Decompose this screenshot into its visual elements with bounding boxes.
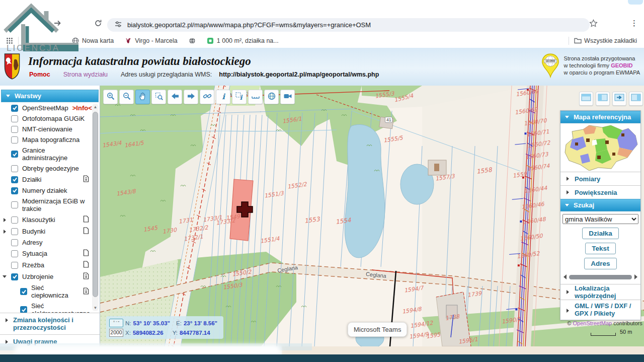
layout-left-panel-button[interactable] xyxy=(596,92,610,106)
layer-checkbox[interactable] xyxy=(11,136,18,143)
document-icon[interactable] xyxy=(83,215,89,224)
geobid-link[interactable]: GEOBID xyxy=(611,62,632,68)
gmina-select[interactable]: gmina Wasilków xyxy=(562,214,638,224)
layout-map-button[interactable] xyxy=(579,92,593,106)
scroll-up-icon[interactable]: ▲ xyxy=(92,105,99,109)
layer-item-adresy[interactable]: Adresy xyxy=(0,237,92,248)
hscroll-thumb[interactable] xyxy=(569,275,632,279)
layer-item-numery-działek[interactable]: Numery działek xyxy=(0,185,92,196)
layer-info-link[interactable]: >Info< xyxy=(72,104,92,112)
layer-item-klasoużytki[interactable]: Klasoużytki xyxy=(0,214,92,226)
layout-right-panel-button[interactable] xyxy=(629,92,643,106)
reference-map-header[interactable]: Mapa referencyjna xyxy=(560,111,640,123)
url-text[interactable]: bialystok.geoportal2.pl/map/www/mapa.php… xyxy=(127,21,371,29)
layer-checkbox[interactable] xyxy=(11,239,18,246)
layer-item-uzbrojenie[interactable]: Uzbrojenie xyxy=(0,271,92,282)
next-view-button[interactable] xyxy=(184,90,198,104)
layer-item-openstreetmap[interactable]: OpenStreetMap>Info< xyxy=(0,103,92,113)
strona-wydzialu-link[interactable]: Strona wydziału xyxy=(63,71,108,78)
search-horizontal-scrollbar[interactable] xyxy=(564,274,637,280)
bookmark-virgo[interactable]: Virgo - Marcela xyxy=(125,37,178,44)
powiekszenia-section[interactable]: Powiększenia xyxy=(560,185,640,199)
scroll-down-icon[interactable]: ▼ xyxy=(92,306,99,310)
layer-checkbox[interactable] xyxy=(11,216,18,224)
scrollbar-thumb[interactable] xyxy=(93,112,98,297)
layer-item-sieć-elektroenergetyczna[interactable]: Sieć elektroenergetyczna xyxy=(0,301,92,313)
layer-item-nmt-cieniowanie[interactable]: NMT-cieniowanie xyxy=(0,124,92,134)
scroll-left-icon[interactable] xyxy=(564,274,567,279)
layer-item-obręby-geodezyjne[interactable]: Obręby geodezyjne xyxy=(0,163,92,174)
document-icon[interactable] xyxy=(83,261,89,269)
layer-checkbox[interactable] xyxy=(11,201,18,208)
dms-format-button[interactable]: ° ' " xyxy=(109,319,123,327)
lokalizacja-section[interactable]: Lokalizacja współrzędnej xyxy=(560,284,640,300)
teams-notification[interactable]: Microsoft Teams xyxy=(348,322,407,337)
layer-item-sytuacja[interactable]: Sytuacja xyxy=(0,248,92,259)
layer-item-granice-administracyjne[interactable]: Granice administracyjne xyxy=(0,145,92,163)
layer-checkbox[interactable] xyxy=(11,273,18,280)
menu-kebab-icon[interactable]: ⋮ xyxy=(630,19,638,28)
star-icon[interactable] xyxy=(589,19,598,30)
szukaj-header[interactable]: Szukaj xyxy=(560,199,640,211)
previous-view-button[interactable] xyxy=(168,90,182,104)
layer-item-modernizacja-egib-w-trakcie[interactable]: Modernizacja EGiB w trakcie xyxy=(0,196,92,214)
forward-icon[interactable] xyxy=(53,19,62,30)
bookmark-nowa-karta[interactable]: Nowa karta xyxy=(72,37,114,44)
globe-button[interactable] xyxy=(264,90,279,104)
info-area-button[interactable]: i xyxy=(232,90,247,104)
layer-item-budynki[interactable]: Budynki xyxy=(0,226,92,237)
bookmark-dzialka[interactable]: 1 000 m², działka na... xyxy=(207,37,279,44)
info-document-icon[interactable] xyxy=(83,287,89,296)
layer-checkbox[interactable] xyxy=(11,187,18,194)
layer-checkbox[interactable] xyxy=(11,126,18,133)
layer-item-działki[interactable]: Działki xyxy=(0,174,92,185)
layer-order-link[interactable]: Zmiana kolejności i przezroczystości xyxy=(0,313,100,334)
info-document-icon[interactable] xyxy=(83,175,89,184)
info-button[interactable]: i xyxy=(216,90,230,104)
layer-checkbox[interactable] xyxy=(11,176,18,183)
layer-item-sieć-ciepłownicza[interactable]: Sieć ciepłownicza xyxy=(0,282,92,301)
openstreetmap-link[interactable]: OpenStreetMap xyxy=(573,320,612,326)
chevron-right-icon[interactable] xyxy=(4,218,6,222)
chevron-down-icon[interactable] xyxy=(3,275,7,278)
layer-checkbox[interactable] xyxy=(11,115,18,122)
map-viewport[interactable]: 1555/31555/41556/11555/515581557/31552/2… xyxy=(100,86,644,346)
gml-section[interactable]: GML / WFS / DXF / GPX / Pikiety xyxy=(560,300,640,320)
all-bookmarks-button[interactable]: Wszystkie zakładki xyxy=(574,37,637,44)
bookmark-globe[interactable] xyxy=(189,37,196,44)
layer-checkbox[interactable] xyxy=(11,262,18,269)
document-icon[interactable] xyxy=(83,249,89,258)
apps-grid-icon[interactable] xyxy=(6,37,13,44)
layer-item-mapa-topograficzna[interactable]: Mapa topograficzna xyxy=(0,134,92,145)
pomiary-section[interactable]: Pomiary xyxy=(560,172,640,185)
url-bar[interactable]: bialystok.geoportal2.pl/map/www/mapa.php… xyxy=(107,18,590,32)
zoom-window-button[interactable] xyxy=(151,90,166,104)
dzialka-button[interactable]: Działka xyxy=(582,228,619,239)
scale-denominator[interactable]: 2000 xyxy=(109,329,123,337)
zoom-in-button[interactable] xyxy=(103,90,118,104)
pomoc-link[interactable]: Pomoc xyxy=(29,71,50,78)
adres-button[interactable]: Adres xyxy=(584,258,616,269)
layer-checkbox[interactable] xyxy=(11,165,18,172)
scroll-right-icon[interactable] xyxy=(634,274,637,279)
document-icon[interactable] xyxy=(83,227,89,236)
link-button[interactable] xyxy=(200,90,214,104)
info-document-icon[interactable] xyxy=(83,272,89,281)
layer-checkbox[interactable] xyxy=(20,288,27,295)
layers-panel-header[interactable]: Warstwy xyxy=(1,90,99,102)
pan-button[interactable] xyxy=(135,90,150,104)
layer-checkbox[interactable] xyxy=(11,250,18,257)
layer-checkbox[interactable] xyxy=(11,105,18,112)
camera-button[interactable] xyxy=(280,90,295,104)
layer-checkbox[interactable] xyxy=(20,306,27,313)
reload-icon[interactable] xyxy=(94,19,103,30)
layout-hide-panel-button[interactable] xyxy=(612,92,626,106)
layer-checkbox[interactable] xyxy=(11,228,18,235)
layer-item-rzeźba[interactable]: Rzeźba xyxy=(0,259,92,271)
reference-map[interactable] xyxy=(560,123,640,172)
zoom-out-button[interactable] xyxy=(119,90,134,104)
site-settings-icon[interactable] xyxy=(114,20,122,30)
sidebar-scrollbar[interactable]: ▲ ▼ xyxy=(92,104,99,311)
tekst-button[interactable]: Tekst xyxy=(585,243,615,254)
layer-item-ortofotomapa-gugik[interactable]: Ortofotomapa GUGiK xyxy=(0,113,92,124)
